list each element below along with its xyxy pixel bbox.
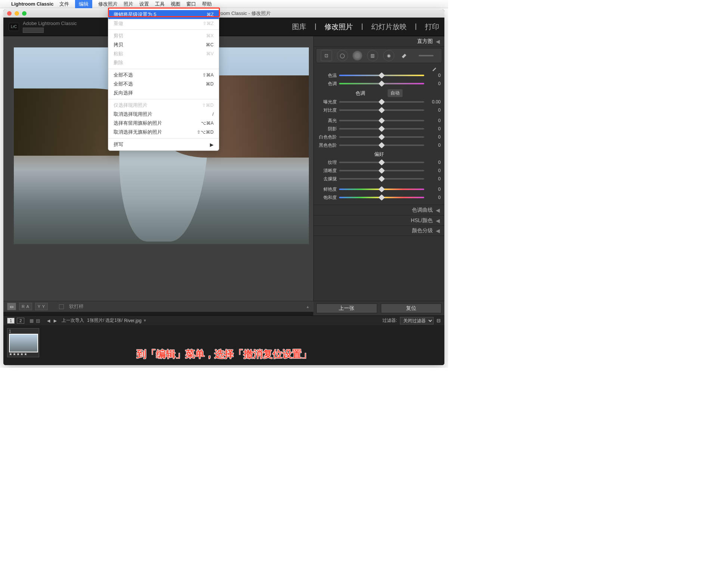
- menu-help[interactable]: 帮助: [202, 1, 212, 7]
- saturation-value[interactable]: 0: [424, 195, 441, 200]
- reset-button[interactable]: 复位: [381, 304, 442, 313]
- filename-dropdown-icon[interactable]: ▼: [143, 318, 147, 323]
- app-window: be Photoshop Lightroom Classic - 修改照片 Lr…: [3, 9, 444, 365]
- blacks-slider[interactable]: [339, 144, 424, 146]
- crop-tool-icon[interactable]: ⊡: [321, 50, 332, 61]
- shadows-value[interactable]: 0: [424, 126, 441, 131]
- menu-shortcut: ⌘C: [206, 42, 214, 47]
- radial-tool-icon[interactable]: ◉: [383, 50, 394, 61]
- before-after-ra-icon[interactable]: R A: [19, 303, 32, 310]
- screen-1-button[interactable]: 1: [7, 318, 15, 324]
- screen-2-button[interactable]: 2: [17, 318, 24, 324]
- sort-icon[interactable]: ▤: [36, 318, 40, 323]
- annotation-caption: 到「编辑」菜单，选择「撤消复位设置」: [3, 348, 444, 361]
- menu-item: 重做⇧⌘Z: [108, 19, 219, 28]
- zoom-icon[interactable]: [22, 11, 27, 16]
- saturation-slider[interactable]: [339, 197, 424, 198]
- app-name[interactable]: Lightroom Classic: [11, 1, 53, 7]
- menu-tools[interactable]: 工具: [155, 1, 165, 7]
- texture-value[interactable]: 0: [424, 160, 441, 165]
- menu-item[interactable]: 拷贝⌘C: [108, 40, 219, 49]
- menu-file[interactable]: 文件: [59, 1, 69, 7]
- module-develop[interactable]: 修改照片: [325, 22, 353, 32]
- menu-item[interactable]: 选择有留用旗标的照片⌥⌘A: [108, 119, 219, 128]
- menu-item[interactable]: 撤销将星级设置为 5⌘Z: [108, 10, 219, 19]
- previous-button[interactable]: 上一张: [316, 304, 377, 313]
- panel-histogram-header[interactable]: 直方图◀: [314, 36, 444, 47]
- auto-button[interactable]: 自动: [388, 89, 403, 97]
- identity-plate[interactable]: [23, 28, 44, 33]
- exposure-slider[interactable]: [339, 101, 424, 103]
- panel-color-grading[interactable]: 颜色分级◀: [314, 225, 444, 236]
- tint-value[interactable]: 0: [424, 81, 441, 86]
- masking-slider-icon[interactable]: [415, 50, 437, 61]
- whites-value[interactable]: 0: [424, 134, 441, 140]
- menu-edit[interactable]: 编辑: [75, 0, 92, 8]
- softproof-label: 软打样: [69, 303, 84, 310]
- before-after-yy-icon[interactable]: Y Y: [35, 303, 48, 310]
- brand-label: Adobe Lightroom Classic: [23, 21, 77, 26]
- vibrance-slider[interactable]: [339, 189, 424, 190]
- filename-label[interactable]: River.jpg: [124, 318, 142, 323]
- softproof-checkbox[interactable]: [59, 304, 64, 309]
- whites-slider[interactable]: [339, 136, 424, 138]
- nav-fwd-icon[interactable]: ►: [53, 318, 58, 324]
- highlights-slider[interactable]: [339, 120, 424, 121]
- redeye-tool-icon[interactable]: [353, 51, 362, 60]
- brush-tool-icon[interactable]: [399, 50, 410, 61]
- module-slideshow[interactable]: 幻灯片放映: [371, 22, 407, 32]
- blacks-value[interactable]: 0: [424, 143, 441, 148]
- texture-slider[interactable]: [339, 162, 424, 163]
- clarity-slider[interactable]: [339, 170, 424, 171]
- menu-item-label: 仅选择现用照片: [114, 102, 148, 109]
- menu-view[interactable]: 视图: [171, 1, 180, 7]
- contrast-value[interactable]: 0: [424, 108, 441, 113]
- dehaze-value[interactable]: 0: [424, 176, 441, 181]
- temp-slider[interactable]: [339, 75, 424, 76]
- menu-item-label: 全部不选: [114, 72, 133, 78]
- tint-label: 色调: [317, 81, 339, 87]
- window-titlebar: be Photoshop Lightroom Classic - 修改照片: [3, 9, 444, 18]
- menu-photo[interactable]: 照片: [124, 1, 133, 7]
- clarity-value[interactable]: 0: [424, 168, 441, 173]
- menu-shortcut: ⌘V: [206, 51, 214, 56]
- menu-item[interactable]: 拼写▶: [108, 140, 219, 149]
- menu-shortcut: ⌥⌘A: [201, 121, 214, 126]
- contrast-slider[interactable]: [339, 109, 424, 111]
- panel-hsl[interactable]: HSL/颜色◀: [314, 215, 444, 225]
- menu-item-label: 全部不选: [114, 81, 133, 87]
- eyedropper-icon[interactable]: [432, 66, 438, 71]
- menu-item[interactable]: 取消选择现用照片/: [108, 110, 219, 119]
- menu-develop[interactable]: 修改照片: [98, 1, 118, 7]
- module-print[interactable]: 打印: [425, 22, 439, 32]
- toolbar-expand-icon[interactable]: ▲: [306, 305, 310, 309]
- filter-select[interactable]: 关闭过滤器: [400, 317, 434, 324]
- shadows-slider[interactable]: [339, 128, 424, 130]
- highlights-value[interactable]: 0: [424, 118, 441, 123]
- menu-item-label: 取消选择无旗标的照片: [114, 129, 162, 136]
- filter-lock-icon[interactable]: ⊟: [437, 318, 441, 323]
- menu-item[interactable]: 反向选择: [108, 88, 219, 97]
- gradient-tool-icon[interactable]: ▥: [367, 50, 378, 61]
- menu-item[interactable]: 全部不选⇧⌘A: [108, 71, 219, 80]
- nav-back-icon[interactable]: ◄: [46, 318, 51, 324]
- close-icon[interactable]: [7, 11, 12, 16]
- panel-tone-curve[interactable]: 色调曲线◀: [314, 205, 444, 215]
- tint-slider[interactable]: [339, 83, 424, 84]
- minimize-icon[interactable]: [15, 11, 19, 16]
- spot-tool-icon[interactable]: ◯: [337, 50, 348, 61]
- loupe-view-icon[interactable]: ▭: [7, 303, 16, 310]
- vibrance-value[interactable]: 0: [424, 187, 441, 192]
- grid-view-icon[interactable]: ▦: [30, 318, 34, 323]
- temp-value[interactable]: 0: [424, 73, 441, 78]
- module-library[interactable]: 图库: [292, 22, 306, 32]
- dehaze-slider[interactable]: [339, 178, 424, 180]
- menu-window[interactable]: 窗口: [186, 1, 196, 7]
- path-label[interactable]: 上一次导入: [62, 317, 84, 324]
- menu-settings[interactable]: 设置: [139, 1, 149, 7]
- edit-menu-dropdown: 撤销将星级设置为 5⌘Z重做⇧⌘Z剪切⌘X拷贝⌘C粘贴⌘V删除全部不选⇧⌘A全部…: [108, 8, 219, 151]
- menu-item[interactable]: 全部不选⌘D: [108, 80, 219, 88]
- exposure-value[interactable]: 0.00: [424, 99, 441, 105]
- menu-item[interactable]: 取消选择无旗标的照片⇧⌥⌘D: [108, 128, 219, 137]
- count-label: 1张照片/ 选定1张/: [87, 317, 122, 324]
